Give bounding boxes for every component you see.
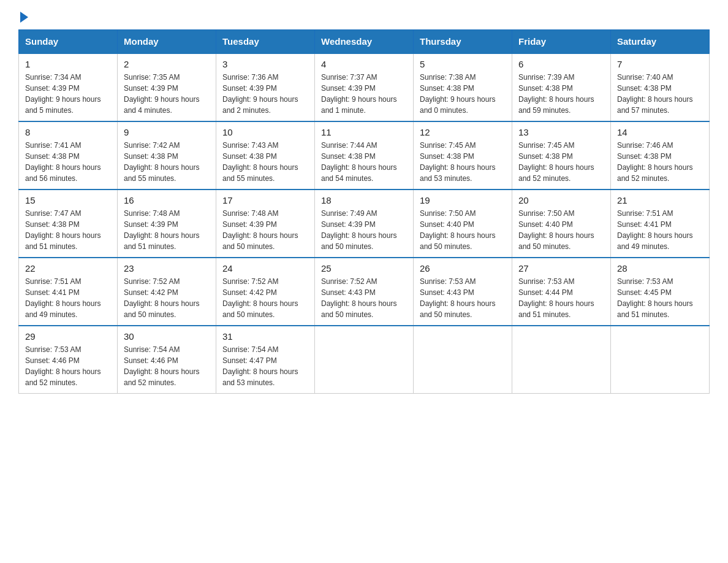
calendar-day-cell: 18Sunrise: 7:49 AMSunset: 4:39 PMDayligh… (315, 190, 414, 258)
calendar-day-header: Tuesday (216, 30, 315, 54)
day-info: Sunrise: 7:43 AMSunset: 4:38 PMDaylight:… (222, 140, 308, 184)
calendar-day-header: Wednesday (315, 30, 414, 54)
calendar-day-cell (315, 326, 414, 394)
calendar-day-header: Thursday (414, 30, 512, 54)
calendar-day-cell: 19Sunrise: 7:50 AMSunset: 4:40 PMDayligh… (414, 190, 512, 258)
day-number: 26 (420, 263, 506, 274)
day-number: 27 (518, 263, 604, 274)
day-number: 18 (321, 195, 407, 205)
day-number: 23 (124, 263, 210, 274)
day-info: Sunrise: 7:38 AMSunset: 4:38 PMDaylight:… (420, 72, 506, 116)
day-info: Sunrise: 7:37 AMSunset: 4:39 PMDaylight:… (321, 72, 407, 116)
day-info: Sunrise: 7:46 AMSunset: 4:38 PMDaylight:… (617, 140, 703, 184)
calendar-day-cell: 2Sunrise: 7:35 AMSunset: 4:39 PMDaylight… (118, 53, 216, 121)
day-number: 9 (124, 127, 210, 137)
calendar-day-cell (512, 326, 611, 394)
calendar-day-cell: 3Sunrise: 7:36 AMSunset: 4:39 PMDaylight… (216, 53, 315, 121)
day-info: Sunrise: 7:53 AMSunset: 4:44 PMDaylight:… (518, 276, 604, 320)
calendar-day-cell: 4Sunrise: 7:37 AMSunset: 4:39 PMDaylight… (315, 53, 414, 121)
day-number: 8 (25, 127, 111, 137)
page-header (18, 12, 710, 23)
day-info: Sunrise: 7:54 AMSunset: 4:47 PMDaylight:… (222, 344, 308, 388)
day-info: Sunrise: 7:48 AMSunset: 4:39 PMDaylight:… (124, 208, 210, 252)
calendar-day-header: Sunday (19, 30, 118, 54)
day-info: Sunrise: 7:48 AMSunset: 4:39 PMDaylight:… (222, 208, 308, 252)
day-info: Sunrise: 7:47 AMSunset: 4:38 PMDaylight:… (25, 208, 111, 252)
day-info: Sunrise: 7:34 AMSunset: 4:39 PMDaylight:… (25, 72, 111, 116)
day-info: Sunrise: 7:51 AMSunset: 4:41 PMDaylight:… (617, 208, 703, 252)
calendar-day-cell (414, 326, 512, 394)
calendar-week-row: 8Sunrise: 7:41 AMSunset: 4:38 PMDaylight… (19, 121, 710, 190)
calendar-day-cell: 13Sunrise: 7:45 AMSunset: 4:38 PMDayligh… (512, 121, 611, 190)
calendar-day-cell: 9Sunrise: 7:42 AMSunset: 4:38 PMDaylight… (118, 121, 216, 190)
calendar-week-row: 22Sunrise: 7:51 AMSunset: 4:41 PMDayligh… (19, 258, 710, 326)
day-number: 13 (518, 127, 604, 137)
day-info: Sunrise: 7:51 AMSunset: 4:41 PMDaylight:… (25, 276, 111, 320)
calendar-day-cell: 6Sunrise: 7:39 AMSunset: 4:38 PMDaylight… (512, 53, 611, 121)
day-number: 19 (420, 195, 506, 205)
day-info: Sunrise: 7:40 AMSunset: 4:38 PMDaylight:… (617, 72, 703, 116)
day-info: Sunrise: 7:35 AMSunset: 4:39 PMDaylight:… (124, 72, 210, 116)
calendar-day-cell: 7Sunrise: 7:40 AMSunset: 4:38 PMDaylight… (611, 53, 710, 121)
calendar-day-cell: 26Sunrise: 7:53 AMSunset: 4:43 PMDayligh… (414, 258, 512, 326)
calendar-table: SundayMondayTuesdayWednesdayThursdayFrid… (18, 29, 710, 394)
calendar-day-cell: 25Sunrise: 7:52 AMSunset: 4:43 PMDayligh… (315, 258, 414, 326)
day-info: Sunrise: 7:52 AMSunset: 4:42 PMDaylight:… (222, 276, 308, 320)
day-number: 5 (420, 59, 506, 69)
day-number: 10 (222, 127, 308, 137)
day-info: Sunrise: 7:53 AMSunset: 4:43 PMDaylight:… (420, 276, 506, 320)
day-info: Sunrise: 7:52 AMSunset: 4:43 PMDaylight:… (321, 276, 407, 320)
day-number: 12 (420, 127, 506, 137)
day-info: Sunrise: 7:44 AMSunset: 4:38 PMDaylight:… (321, 140, 407, 184)
calendar-day-cell: 5Sunrise: 7:38 AMSunset: 4:38 PMDaylight… (414, 53, 512, 121)
day-number: 17 (222, 195, 308, 205)
day-info: Sunrise: 7:41 AMSunset: 4:38 PMDaylight:… (25, 140, 111, 184)
calendar-day-cell: 27Sunrise: 7:53 AMSunset: 4:44 PMDayligh… (512, 258, 611, 326)
calendar-day-cell: 24Sunrise: 7:52 AMSunset: 4:42 PMDayligh… (216, 258, 315, 326)
calendar-day-cell (611, 326, 710, 394)
logo (18, 12, 28, 23)
calendar-day-cell: 15Sunrise: 7:47 AMSunset: 4:38 PMDayligh… (19, 190, 118, 258)
day-number: 1 (25, 59, 111, 69)
calendar-day-cell: 17Sunrise: 7:48 AMSunset: 4:39 PMDayligh… (216, 190, 315, 258)
day-info: Sunrise: 7:53 AMSunset: 4:46 PMDaylight:… (25, 344, 111, 388)
day-number: 28 (617, 263, 703, 274)
calendar-header-row: SundayMondayTuesdayWednesdayThursdayFrid… (19, 30, 710, 54)
calendar-day-cell: 28Sunrise: 7:53 AMSunset: 4:45 PMDayligh… (611, 258, 710, 326)
day-number: 4 (321, 59, 407, 69)
calendar-day-cell: 11Sunrise: 7:44 AMSunset: 4:38 PMDayligh… (315, 121, 414, 190)
day-number: 29 (25, 331, 111, 342)
calendar-day-cell: 8Sunrise: 7:41 AMSunset: 4:38 PMDaylight… (19, 121, 118, 190)
calendar-week-row: 15Sunrise: 7:47 AMSunset: 4:38 PMDayligh… (19, 190, 710, 258)
day-number: 30 (124, 331, 210, 342)
calendar-day-cell: 12Sunrise: 7:45 AMSunset: 4:38 PMDayligh… (414, 121, 512, 190)
day-info: Sunrise: 7:39 AMSunset: 4:38 PMDaylight:… (518, 72, 604, 116)
calendar-day-cell: 20Sunrise: 7:50 AMSunset: 4:40 PMDayligh… (512, 190, 611, 258)
day-number: 14 (617, 127, 703, 137)
calendar-day-header: Friday (512, 30, 611, 54)
day-number: 16 (124, 195, 210, 205)
day-number: 3 (222, 59, 308, 69)
calendar-day-cell: 31Sunrise: 7:54 AMSunset: 4:47 PMDayligh… (216, 326, 315, 394)
calendar-day-cell: 30Sunrise: 7:54 AMSunset: 4:46 PMDayligh… (118, 326, 216, 394)
calendar-day-cell: 22Sunrise: 7:51 AMSunset: 4:41 PMDayligh… (19, 258, 118, 326)
calendar-day-cell: 14Sunrise: 7:46 AMSunset: 4:38 PMDayligh… (611, 121, 710, 190)
day-info: Sunrise: 7:49 AMSunset: 4:39 PMDaylight:… (321, 208, 407, 252)
day-info: Sunrise: 7:45 AMSunset: 4:38 PMDaylight:… (420, 140, 506, 184)
day-info: Sunrise: 7:36 AMSunset: 4:39 PMDaylight:… (222, 72, 308, 116)
calendar-week-row: 29Sunrise: 7:53 AMSunset: 4:46 PMDayligh… (19, 326, 710, 394)
logo-arrow-icon (20, 12, 28, 23)
day-number: 21 (617, 195, 703, 205)
calendar-day-cell: 29Sunrise: 7:53 AMSunset: 4:46 PMDayligh… (19, 326, 118, 394)
calendar-day-header: Monday (118, 30, 216, 54)
day-info: Sunrise: 7:45 AMSunset: 4:38 PMDaylight:… (518, 140, 604, 184)
day-number: 22 (25, 263, 111, 274)
calendar-day-header: Saturday (611, 30, 710, 54)
calendar-week-row: 1Sunrise: 7:34 AMSunset: 4:39 PMDaylight… (19, 53, 710, 121)
day-number: 6 (518, 59, 604, 69)
calendar-day-cell: 10Sunrise: 7:43 AMSunset: 4:38 PMDayligh… (216, 121, 315, 190)
day-info: Sunrise: 7:53 AMSunset: 4:45 PMDaylight:… (617, 276, 703, 320)
day-info: Sunrise: 7:52 AMSunset: 4:42 PMDaylight:… (124, 276, 210, 320)
day-info: Sunrise: 7:50 AMSunset: 4:40 PMDaylight:… (420, 208, 506, 252)
day-number: 2 (124, 59, 210, 69)
